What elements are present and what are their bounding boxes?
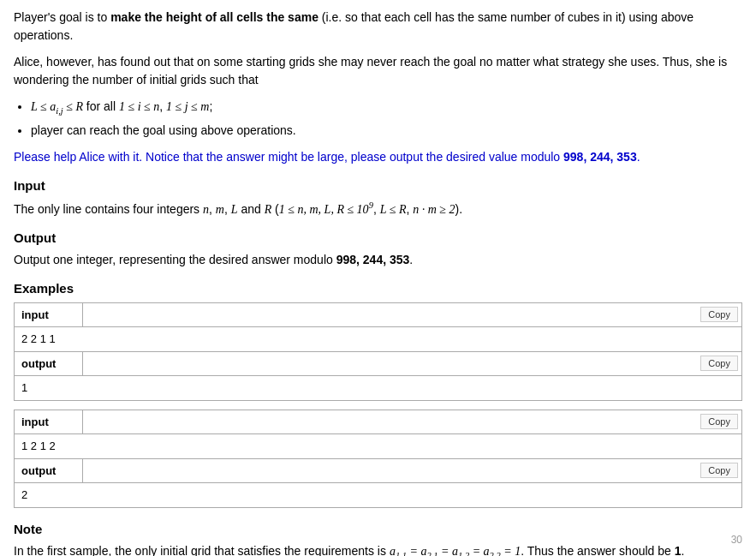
note-section: Note In the first sample, the only initi…	[14, 520, 742, 556]
input-desc: The only line contains four integers n, …	[14, 199, 742, 218]
output-desc: Output one integer, representing the des…	[14, 251, 742, 269]
example-1-output-copy[interactable]: Copy	[700, 356, 738, 371]
help-paragraph: Please help Alice with it. Notice that t…	[14, 148, 742, 166]
example-1: input Copy 2 2 1 1 output Copy 1	[14, 302, 742, 401]
example-2-input-copy[interactable]: Copy	[700, 414, 738, 429]
conditions-list: L ≤ ai,j ≤ R for all 1 ≤ i ≤ n, 1 ≤ j ≤ …	[31, 98, 742, 140]
example-2-output-value: 2	[15, 483, 741, 507]
condition-1: L ≤ ai,j ≤ R for all 1 ≤ i ≤ n, 1 ≤ j ≤ …	[31, 98, 742, 118]
example-1-input-copy[interactable]: Copy	[700, 307, 738, 322]
input-title: Input	[14, 176, 742, 196]
page-number: 30	[731, 532, 742, 547]
example-1-output-value: 1	[15, 376, 741, 400]
example-1-output-row: output Copy	[15, 352, 741, 377]
examples-title: Examples	[14, 279, 742, 299]
input-section: Input The only line contains four intege…	[14, 176, 742, 218]
examples-section: Examples input Copy 2 2 1 1 output Copy …	[14, 279, 742, 508]
example-1-input-value: 2 2 1 1	[15, 327, 741, 351]
output-section: Output Output one integer, representing …	[14, 229, 742, 270]
example-1-input-value-row: 2 2 1 1	[15, 327, 741, 352]
example-2-output-row: output Copy	[15, 459, 741, 484]
example-1-input-label: input	[15, 303, 83, 327]
example-1-input-row: input Copy	[15, 303, 741, 328]
example-2-input-row: input Copy	[15, 410, 741, 435]
example-2: input Copy 1 2 1 2 output Copy 2	[14, 410, 742, 508]
note-line-1: In the first sample, the only initial gr…	[14, 542, 742, 556]
example-2-output-copy[interactable]: Copy	[700, 463, 738, 478]
example-2-input-value-row: 1 2 1 2	[15, 434, 741, 459]
output-title: Output	[14, 229, 742, 248]
alice-paragraph: Alice, however, has found out that on so…	[14, 53, 742, 89]
condition-2: player can reach the goal using above op…	[31, 122, 742, 140]
goal-paragraph: Player's goal is to make the height of a…	[14, 9, 742, 45]
example-1-output-label: output	[15, 352, 83, 376]
example-2-output-label: output	[15, 459, 83, 483]
example-2-input-label: input	[15, 410, 83, 434]
example-2-input-value: 1 2 1 2	[15, 434, 741, 458]
example-2-output-value-row: 2	[15, 483, 741, 507]
example-1-output-value-row: 1	[15, 376, 741, 400]
note-title: Note	[14, 520, 742, 540]
